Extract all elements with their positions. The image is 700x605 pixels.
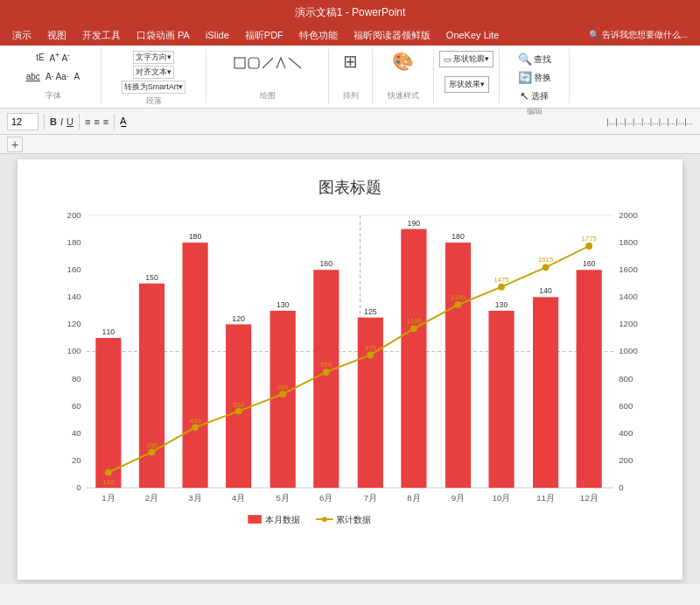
legend-bar-icon bbox=[248, 515, 262, 524]
menu-bar: 演示 视图 开发工具 口袋动画 PA iSlide 福昕PDF 特色功能 福昕阅… bbox=[0, 25, 700, 46]
bold-btn[interactable]: B bbox=[50, 116, 57, 127]
svg-text:850: 850 bbox=[320, 361, 332, 369]
svg-text:180: 180 bbox=[452, 232, 465, 241]
line-dot-2 bbox=[149, 448, 156, 455]
svg-text:1165: 1165 bbox=[406, 317, 421, 325]
svg-text:1月: 1月 bbox=[102, 492, 115, 502]
svg-text:600: 600 bbox=[619, 400, 634, 410]
svg-line-2 bbox=[262, 58, 273, 68]
align-right-icon[interactable]: ≡ bbox=[103, 116, 108, 127]
svg-text:160: 160 bbox=[67, 264, 82, 274]
chart-svg: 0 20 40 60 80 100 120 140 160 180 200 0 … bbox=[44, 207, 656, 531]
color-picker[interactable]: A̲ bbox=[120, 116, 127, 127]
replace-button[interactable]: 🔄 替换 bbox=[514, 69, 555, 86]
svg-text:40: 40 bbox=[72, 427, 81, 437]
bar-6 bbox=[313, 270, 339, 488]
menu-search[interactable]: 🔍 告诉我您想要做什么... bbox=[582, 27, 695, 43]
line-dot-5 bbox=[279, 390, 286, 397]
svg-text:1345: 1345 bbox=[451, 293, 466, 301]
svg-text:160: 160 bbox=[583, 259, 596, 268]
svg-text:125: 125 bbox=[364, 306, 377, 315]
slide-canvas[interactable]: 图表标题 0 20 40 60 80 100 120 140 bbox=[18, 159, 682, 580]
svg-text:110: 110 bbox=[102, 478, 115, 486]
svg-text:1775: 1775 bbox=[582, 235, 597, 243]
cursor-icon: ↖ bbox=[520, 89, 529, 102]
svg-text:0: 0 bbox=[619, 482, 624, 492]
svg-text:3月: 3月 bbox=[188, 492, 201, 502]
line-dot-10 bbox=[498, 283, 505, 290]
ribbon-group-draw: 绘图 bbox=[206, 49, 329, 103]
svg-text:150: 150 bbox=[145, 272, 158, 281]
menu-item-islide[interactable]: iSlide bbox=[199, 28, 236, 42]
svg-text:200: 200 bbox=[67, 209, 82, 219]
svg-text:60: 60 bbox=[72, 400, 81, 410]
svg-text:130: 130 bbox=[276, 300, 290, 309]
menu-item-demo[interactable]: 演示 bbox=[5, 27, 38, 44]
svg-text:400: 400 bbox=[619, 427, 634, 437]
svg-rect-1 bbox=[248, 58, 259, 68]
line-dot-11 bbox=[542, 264, 550, 271]
ribbon-group-font: tE A+ A- abc A· Aa· A 字体 bbox=[5, 49, 102, 103]
svg-text:560: 560 bbox=[233, 400, 245, 408]
ribbon-group-edit: 🔍 查找 🔄 替换 ↖ 选择 编辑 bbox=[500, 49, 570, 103]
separator bbox=[44, 114, 45, 130]
slide-thumb-bar: + bbox=[0, 135, 700, 154]
add-slide-button[interactable]: + bbox=[7, 137, 23, 152]
slide-area: 图表标题 0 20 40 60 80 100 120 140 bbox=[0, 154, 700, 584]
legend-line-dot bbox=[322, 517, 327, 522]
menu-item-dev[interactable]: 开发工具 bbox=[75, 27, 128, 44]
svg-text:975: 975 bbox=[365, 343, 376, 351]
replace-icon: 🔄 bbox=[518, 71, 532, 84]
line-dot-6 bbox=[323, 369, 330, 376]
menu-item-foxit[interactable]: 福昕阅读器领鲜版 bbox=[346, 27, 438, 44]
svg-text:160: 160 bbox=[319, 259, 332, 268]
line-dot-7 bbox=[367, 351, 374, 358]
align-center-icon[interactable]: ≡ bbox=[94, 116, 99, 127]
svg-text:2000: 2000 bbox=[619, 209, 638, 219]
find-button[interactable]: 🔍 查找 bbox=[514, 51, 555, 67]
separator2 bbox=[79, 114, 80, 130]
underline-btn[interactable]: U bbox=[66, 116, 74, 127]
cumulative-line bbox=[108, 246, 589, 473]
ribbon-group-draw-label: 绘图 bbox=[260, 90, 276, 102]
svg-text:190: 190 bbox=[408, 218, 421, 227]
svg-rect-0 bbox=[234, 58, 245, 68]
svg-text:440: 440 bbox=[190, 417, 202, 425]
bar-8 bbox=[401, 229, 426, 488]
svg-text:1475: 1475 bbox=[494, 275, 508, 283]
svg-text:690: 690 bbox=[277, 383, 290, 391]
menu-item-view[interactable]: 视图 bbox=[40, 27, 74, 44]
svg-text:11月: 11月 bbox=[536, 492, 555, 502]
title-bar: 演示文稿1 - PowerPoint bbox=[0, 0, 700, 25]
svg-text:1200: 1200 bbox=[619, 319, 638, 328]
ribbon: tE A+ A- abc A· Aa· A 字体 文字方向▾ 对齐文本▾ 转换为… bbox=[0, 46, 700, 109]
separator3 bbox=[114, 114, 115, 130]
menu-item-pdf[interactable]: 福昕PDF bbox=[238, 27, 290, 44]
italic-btn[interactable]: I bbox=[60, 116, 63, 127]
search-icon: 🔍 bbox=[518, 53, 532, 66]
select-button[interactable]: ↖ 选择 bbox=[516, 88, 552, 104]
font-size-input[interactable] bbox=[7, 113, 38, 130]
format-bar: B I U ≡ ≡ ≡ A̲ |...|...|...|...|...|...|… bbox=[0, 109, 700, 135]
svg-text:7月: 7月 bbox=[364, 492, 377, 502]
svg-text:1000: 1000 bbox=[619, 346, 638, 355]
svg-text:140: 140 bbox=[67, 292, 82, 301]
menu-item-onekey[interactable]: OneKey Lite bbox=[439, 28, 507, 42]
menu-item-special[interactable]: 特色功能 bbox=[292, 27, 345, 44]
ribbon-group-quickstyle: 🎨 快速样式 bbox=[373, 49, 434, 103]
svg-text:80: 80 bbox=[72, 373, 81, 383]
align-left-icon[interactable]: ≡ bbox=[85, 116, 90, 127]
svg-text:12月: 12月 bbox=[580, 492, 598, 502]
line-dot-3 bbox=[192, 424, 199, 431]
ribbon-group-shapeoutline: ▭形状轮廓▾ 形状效果▾ bbox=[434, 49, 500, 103]
bar-12 bbox=[577, 270, 602, 488]
ribbon-group-para: 文字方向▾ 对齐文本▾ 转换为SmartArt▾ 段落 bbox=[102, 49, 206, 103]
ribbon-group-arrange: ⊞ 排列 bbox=[329, 49, 373, 103]
bar-3 bbox=[182, 243, 207, 488]
svg-text:0: 0 bbox=[76, 482, 81, 492]
svg-text:800: 800 bbox=[619, 373, 634, 383]
svg-text:4月: 4月 bbox=[232, 492, 245, 502]
line-dot-4 bbox=[235, 407, 242, 414]
line-dot-8 bbox=[410, 325, 417, 332]
menu-item-pa[interactable]: 口袋动画 PA bbox=[130, 27, 197, 44]
